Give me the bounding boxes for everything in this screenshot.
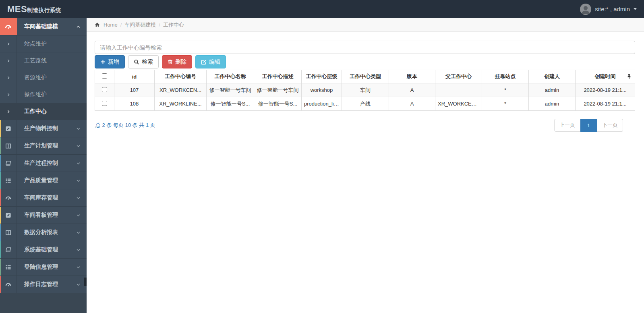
sidebar-item-operation-log-management[interactable]: 操作日志管理 — [0, 276, 87, 293]
th-list-icon — [0, 259, 17, 276]
cell-parent — [435, 83, 482, 97]
sidebar-subitem-operation-maintenance[interactable]: 操作维护 — [0, 86, 87, 103]
sidebar-item-label: 生产过程控制 — [17, 160, 76, 167]
chevron-down-icon — [76, 213, 81, 218]
chevron-down-icon — [76, 230, 81, 235]
sidebar-subitem-label: 站点维护 — [17, 40, 87, 48]
sidebar: 车间基础建模 站点维护 工艺路线 资源维护 操作维护 工作中心 — [0, 18, 87, 313]
pagination-bar: 总 2 条 每页 10 条 共 1 页 上一页 1 下一页 — [95, 119, 635, 132]
breadcrumb-level1[interactable]: 车间基础建模 — [124, 21, 156, 29]
tachometer-icon — [0, 18, 17, 35]
column-header-creator: 创建人 — [529, 70, 576, 83]
sidebar-subitem-label: 工作中心 — [17, 108, 87, 115]
edit-button[interactable]: 编辑 — [195, 55, 226, 68]
cell-site: * — [482, 83, 529, 97]
sidebar-item-label: 生产物料控制 — [17, 125, 76, 132]
prev-page-button[interactable]: 上一页 — [554, 119, 580, 132]
sidebar-item-workshop-inventory-management[interactable]: 车间库存管理 — [0, 189, 87, 207]
sidebar-item-production-process-control[interactable]: 生产过程控制 — [0, 155, 87, 172]
row-checkbox[interactable] — [102, 101, 107, 106]
caret-down-icon — [634, 8, 637, 12]
chevron-right-icon — [0, 103, 17, 120]
edit-icon — [201, 59, 207, 65]
sidebar-subitem-site-maintenance[interactable]: 站点维护 — [0, 35, 87, 52]
stripe — [0, 172, 1, 189]
chevron-right-icon — [0, 52, 17, 69]
sidebar-subitem-resource-maintenance[interactable]: 资源维护 — [0, 69, 87, 86]
sidebar-item-label: 登陆信息管理 — [17, 263, 76, 271]
sidebar-subitem-label: 工艺路线 — [17, 57, 87, 64]
breadcrumb-separator: / — [120, 22, 122, 28]
cell-name: 修一智能一号车间 — [207, 83, 254, 97]
user-menu[interactable]: site:* , admin — [580, 4, 637, 15]
select-all-checkbox[interactable] — [102, 73, 107, 79]
sidebar-item-label: 系统基础管理 — [17, 246, 76, 253]
sidebar-item-login-info-management[interactable]: 登陆信息管理 — [0, 259, 87, 276]
sidebar-item-workshop-kanban-management[interactable]: 车间看板管理 — [0, 207, 87, 224]
cell-creator: admin — [529, 97, 576, 111]
sidebar-item-label: 操作日志管理 — [17, 281, 76, 288]
header-checkbox-cell — [95, 70, 114, 83]
table-row[interactable]: 107 XR_WORKCEN... 修一智能一号车间 修一智能一号车间 work… — [95, 83, 635, 97]
book-icon — [0, 241, 17, 258]
sidebar-subitem-work-center[interactable]: 工作中心 — [0, 103, 87, 120]
add-button[interactable]: 新增 — [95, 55, 125, 68]
cell-id: 108 — [114, 97, 155, 111]
book-icon — [0, 155, 17, 172]
stripe — [0, 241, 1, 258]
sidebar-scrollbar-thumb[interactable] — [84, 278, 87, 286]
pencil-square-icon — [0, 207, 17, 224]
cell-version: A — [389, 97, 435, 111]
cell-created-time: 2022-08-19 21:1... — [576, 83, 635, 97]
search-button[interactable]: 检索 — [128, 55, 159, 68]
stripe — [0, 189, 1, 206]
stripe — [0, 276, 1, 293]
cell-version: A — [389, 83, 435, 97]
cell-id: 107 — [114, 83, 155, 97]
home-icon — [95, 22, 100, 27]
column-header-parent: 父工作中心 — [435, 70, 482, 83]
brand-logo[interactable]: MES制造执行系统 — [7, 4, 61, 15]
cell-parent: XR_WORKCEN... — [435, 97, 482, 111]
delete-button[interactable]: 删除 — [162, 55, 192, 68]
cell-level: workshop — [302, 83, 342, 97]
breadcrumb-home[interactable]: Home — [104, 22, 118, 28]
column-header-type: 工作中心类型 — [342, 70, 389, 83]
page-1-button[interactable]: 1 — [580, 119, 597, 132]
table-row[interactable]: 108 XR_WORKLINE... 修一智能一号S... 修一智能一号S...… — [95, 97, 635, 111]
chevron-down-icon — [76, 126, 81, 131]
stripe — [0, 155, 1, 172]
search-input[interactable] — [95, 41, 635, 54]
breadcrumb: Home / 车间基础建模 / 工作中心 — [87, 18, 644, 32]
sidebar-subitem-process-route[interactable]: 工艺路线 — [0, 52, 87, 69]
stripe — [0, 137, 1, 154]
plus-icon — [100, 59, 106, 64]
sidebar-subitem-label: 操作维护 — [17, 91, 87, 98]
work-center-table: id 工作中心编号 工作中心名称 工作中心描述 工作中心层级 工作中心类型 版本… — [95, 70, 635, 111]
pin-icon[interactable] — [627, 74, 631, 79]
cell-type: 车间 — [342, 83, 389, 97]
stripe — [0, 224, 1, 241]
sidebar-item-workshop-modeling[interactable]: 车间基础建模 — [0, 18, 87, 35]
column-header-created-time: 创建时间 — [576, 70, 635, 83]
cell-created-time: 2022-08-19 21:1... — [576, 97, 635, 111]
column-header-code: 工作中心编号 — [155, 70, 207, 83]
search-icon — [134, 59, 139, 65]
next-page-button[interactable]: 下一页 — [597, 119, 623, 132]
sidebar-item-data-analysis-report[interactable]: 数据分析报表 — [0, 224, 87, 241]
sidebar-item-label: 车间看板管理 — [17, 211, 76, 219]
brand-mes: MES — [7, 4, 27, 15]
row-checkbox[interactable] — [102, 87, 107, 92]
pencil-square-icon — [0, 120, 17, 137]
stripe — [0, 120, 1, 137]
sidebar-item-system-basic-management[interactable]: 系统基础管理 — [0, 241, 87, 259]
sidebar-item-product-quality-management[interactable]: 产品质量管理 — [0, 172, 87, 189]
column-header-version: 版本 — [389, 70, 435, 83]
table-header-row: id 工作中心编号 工作中心名称 工作中心描述 工作中心层级 工作中心类型 版本… — [95, 70, 635, 83]
sidebar-item-production-material-control[interactable]: 生产物料控制 — [0, 120, 87, 137]
column-header-site: 挂靠站点 — [482, 70, 529, 83]
cell-type: 产线 — [342, 97, 389, 111]
sidebar-item-production-plan-management[interactable]: 生产计划管理 — [0, 137, 87, 155]
chevron-down-icon — [76, 282, 81, 287]
cell-description: 修一智能一号S... — [254, 97, 302, 111]
